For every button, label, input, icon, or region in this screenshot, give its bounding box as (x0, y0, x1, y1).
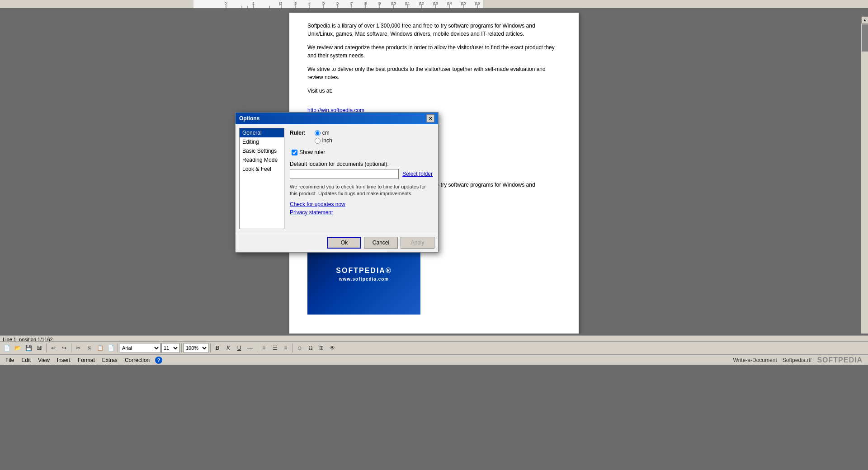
ruler-inch-label: inch (322, 137, 332, 144)
ruler-inch-row: inch (315, 137, 332, 144)
default-location-section: Default location for documents (optional… (290, 161, 433, 179)
dialog-footer: Ok Cancel Apply (236, 233, 438, 252)
ruler-radio-group: cm inch (315, 130, 332, 144)
location-row: Select folder (290, 169, 433, 179)
privacy-link[interactable]: Privacy statement (290, 209, 433, 216)
dialog-overlay: Options ✕ General Editing Basic Settings… (0, 0, 868, 470)
show-ruler-label: Show ruler (299, 149, 325, 155)
location-input[interactable] (290, 169, 399, 179)
dialog-body: General Editing Basic Settings Reading M… (236, 124, 438, 233)
cat-editing[interactable]: Editing (240, 137, 284, 146)
apply-button[interactable]: Apply (401, 237, 434, 249)
show-ruler-checkbox[interactable] (292, 150, 297, 155)
dialog-titlebar: Options ✕ (236, 113, 438, 124)
cancel-button[interactable]: Cancel (364, 237, 398, 249)
ruler-cm-radio[interactable] (315, 130, 321, 136)
cat-basic-settings[interactable]: Basic Settings (240, 146, 284, 155)
dialog-title: Options (239, 115, 259, 122)
ok-button[interactable]: Ok (327, 237, 361, 249)
cat-look-feel[interactable]: Look & Feel (240, 164, 284, 174)
cat-reading-mode[interactable]: Reading Mode (240, 155, 284, 164)
update-notice: We recommend you to check from time to t… (290, 183, 433, 197)
ruler-inch-radio[interactable] (315, 138, 321, 144)
ruler-cm-row: cm (315, 130, 332, 136)
dialog-close-button[interactable]: ✕ (426, 114, 434, 122)
cat-general[interactable]: General (240, 128, 284, 137)
ruler-label: Ruler: (290, 130, 306, 136)
options-dialog: Options ✕ General Editing Basic Settings… (235, 112, 439, 253)
check-updates-link[interactable]: Check for updates now (290, 201, 433, 207)
content-panel: Ruler: cm inch (288, 128, 434, 229)
ruler-section: Ruler: cm inch (290, 130, 433, 144)
select-folder-link[interactable]: Select folder (402, 171, 433, 177)
ruler-cm-label: cm (322, 130, 330, 136)
default-location-label: Default location for documents (optional… (290, 161, 433, 167)
show-ruler-row: Show ruler (292, 149, 433, 155)
categories-panel: General Editing Basic Settings Reading M… (239, 128, 284, 229)
